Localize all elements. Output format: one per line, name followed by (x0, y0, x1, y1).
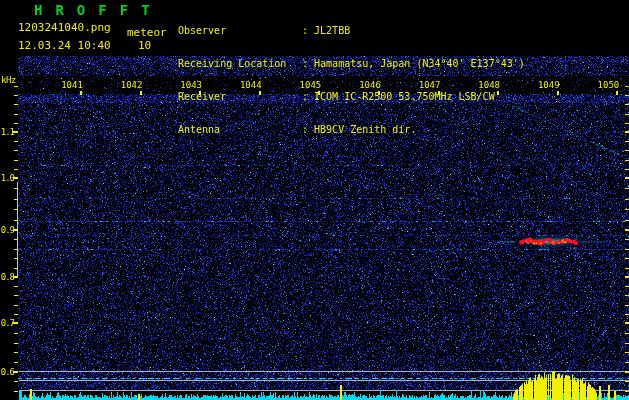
info-label: Observer (178, 25, 302, 36)
khz-axis-label: kHz (1, 75, 16, 85)
freq-tick-label: 0.8 (0, 272, 14, 282)
info-label: Antenna (178, 124, 302, 135)
info-value: HB9CV Zenith dir. (314, 124, 416, 135)
time-tick-label: 1050 (596, 80, 620, 90)
info-colon: : (302, 25, 314, 36)
time-tick-label: 1047 (418, 80, 442, 90)
info-value: JL2TBB (314, 25, 350, 36)
hrofft-window: HROFFT 1203241040.png meteor 12.03.24 10… (0, 0, 629, 400)
freq-tick-label: 0.6 (0, 367, 14, 377)
time-tick-label: 1041 (60, 80, 84, 90)
echo-count: 10 (138, 39, 151, 52)
app-title: HROFFT (34, 2, 163, 18)
info-value: Hamamatsu, Japan (N34°40' E137°43') (314, 58, 525, 69)
info-colon: : (302, 91, 314, 102)
station-info: Observer: JL2TBB Receiving Location: Ham… (178, 3, 525, 157)
freq-tick-label: 0.7 (0, 318, 14, 328)
info-row: Receiver: ICOM IC-R2500 53.750MHz LSB/CW (178, 91, 525, 102)
freq-tick-label: 0.9 (0, 225, 14, 235)
time-tick-label: 1042 (120, 80, 144, 90)
info-colon: : (302, 124, 314, 135)
info-row: Receiving Location: Hamamatsu, Japan (N3… (178, 58, 525, 69)
time-tick-label: 1043 (179, 80, 203, 90)
info-value: ICOM IC-R2500 53.750MHz LSB/CW (314, 91, 495, 102)
info-label: Receiving Location (178, 58, 302, 69)
time-tick-label: 1045 (298, 80, 322, 90)
time-tick-label: 1046 (358, 80, 382, 90)
time-tick-label: 1044 (239, 80, 263, 90)
freq-tick-label: 1.0 (0, 173, 14, 183)
freq-tick-label: 1.1 (0, 127, 14, 137)
time-tick-label: 1049 (537, 80, 561, 90)
info-colon: : (302, 58, 314, 69)
time-tick-label: 1048 (477, 80, 501, 90)
info-label: Receiver (178, 91, 302, 102)
info-row: Antenna: HB9CV Zenith dir. (178, 124, 525, 135)
info-row: Observer: JL2TBB (178, 25, 525, 36)
mode-label: meteor (127, 26, 167, 39)
file-name: 1203241040.png (18, 21, 111, 34)
datetime-label: 12.03.24 10:40 (18, 39, 111, 52)
